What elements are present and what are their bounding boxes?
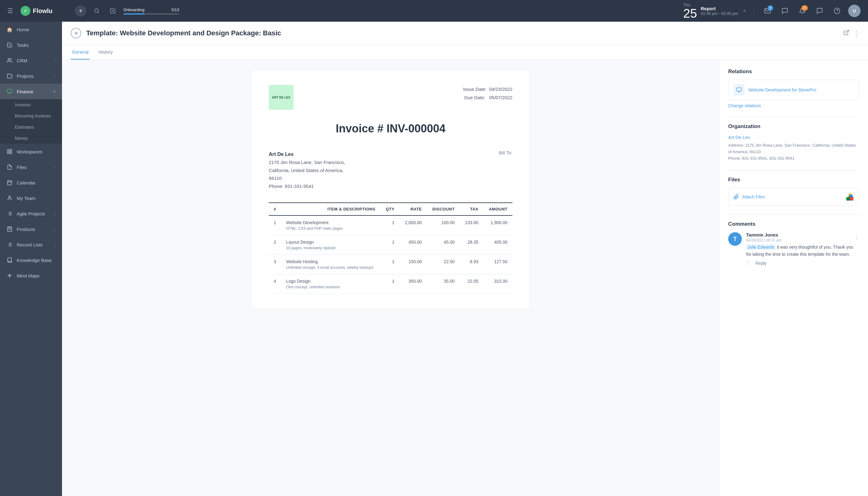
help-button[interactable]	[831, 5, 843, 17]
sidebar-item-tasks[interactable]: Tasks	[0, 37, 62, 53]
sidebar-item-myteam[interactable]: My Team	[0, 190, 62, 206]
comment-more-icon[interactable]: ⋮	[854, 234, 859, 241]
invoice-addresses: Art De Lex 2175 Jim Rosa Lane, San Franc…	[269, 150, 512, 190]
comment-item: T Tammie Jones 04/28/2022 09:32 am ⋮ Jul	[728, 232, 859, 266]
comment-reply-button[interactable]: Reply	[756, 261, 766, 266]
task-icon[interactable]	[107, 5, 119, 16]
svg-rect-35	[737, 88, 742, 91]
record-lists-arrow-icon: ›	[55, 243, 56, 247]
sidebar-item-workspaces[interactable]: Workspaces	[0, 144, 62, 159]
external-link-icon[interactable]	[843, 29, 849, 37]
finance-arrow-icon: ∨	[53, 89, 56, 94]
panel-sidebar: Relations Website Development for StoneP…	[719, 60, 868, 496]
report-add-button[interactable]: +	[743, 8, 746, 14]
files-icon	[6, 164, 13, 170]
finance-submenu: Invoices Recurring Invoices Estimates Mo…	[0, 99, 62, 144]
relations-title: Relations	[728, 68, 859, 75]
sidebar-subitem-estimates[interactable]: Estimates	[0, 122, 62, 133]
svg-rect-8	[10, 150, 12, 151]
comment-avatar: T	[728, 232, 742, 246]
svg-point-29	[9, 275, 11, 277]
comments-section: Comments T Tammie Jones 04/28/2022 09:32…	[728, 221, 859, 266]
change-relations-button[interactable]: Change relations	[728, 103, 859, 108]
relation-label: Website Development for StonePro	[748, 88, 816, 92]
panel-body: ART DE LEX Issue Date: 04/23/2022 Due Da…	[62, 60, 868, 496]
projects-icon	[6, 73, 13, 79]
comment-actions: ♡ Reply	[746, 260, 859, 266]
notifications-badge: 27	[801, 5, 808, 11]
messages-button[interactable]	[813, 5, 826, 17]
col-item: ITEM & DESCRIPTIONS	[281, 203, 381, 215]
sidebar-item-crm[interactable]: CRM ›	[0, 53, 62, 68]
sidebar-item-knowledge-base[interactable]: Knowledge Base	[0, 252, 62, 268]
sidebar-subitem-recurring[interactable]: Recurring Invoices	[0, 110, 62, 122]
sidebar-item-home[interactable]: 🏠 Home	[0, 22, 62, 37]
panel-actions: ⋮	[843, 29, 859, 37]
hamburger-icon[interactable]: ☰	[7, 7, 13, 15]
workspaces-icon	[6, 148, 13, 155]
chat-button[interactable]	[779, 5, 791, 17]
myteam-icon	[6, 195, 13, 202]
invoice-number: Invoice # INV-000004	[269, 122, 512, 135]
logo-icon: ✓	[20, 6, 30, 16]
notifications-button[interactable]: 27	[796, 5, 808, 17]
close-button[interactable]: ✕	[71, 28, 81, 38]
svg-rect-4	[7, 89, 12, 93]
divider-3	[728, 215, 859, 215]
sidebar-item-finance[interactable]: Finance ∨	[0, 84, 62, 99]
col-discount: DISCOUNT	[427, 203, 460, 215]
comment-text: Julie Edwards it was very thoughtful of …	[746, 244, 859, 258]
user-avatar[interactable]: U	[848, 5, 861, 17]
comment-like-button[interactable]: ♡	[746, 260, 750, 266]
knowledge-base-icon	[6, 257, 13, 264]
org-name[interactable]: Art De Lex	[728, 135, 859, 140]
sidebar-item-projects[interactable]: Projects ›	[0, 68, 62, 84]
invoice-dates: Issue Date: 04/23/2022 Due Date: 05/07/2…	[463, 85, 512, 102]
add-button[interactable]: +	[75, 5, 86, 16]
attach-label: Attach Files	[742, 195, 765, 199]
svg-rect-11	[7, 181, 12, 185]
col-num: #	[269, 203, 281, 215]
mail-badge: 9	[768, 5, 773, 11]
table-row: 3 Website Hosting Unlimited storage, 3 e…	[269, 255, 512, 274]
mind-maps-icon	[6, 272, 13, 279]
sidebar-item-record-lists[interactable]: Record Lists ›	[0, 237, 62, 252]
gdrive-icon	[846, 192, 854, 201]
onboarding-widget[interactable]: Onboarding 5/13	[123, 7, 179, 15]
relations-section: Relations Website Development for StoneP…	[728, 68, 859, 108]
sidebar-item-mind-maps[interactable]: Mind Maps	[0, 268, 62, 283]
report-widget: Thu 25 Report 01:45 pm - 02:45 pm +	[683, 2, 746, 19]
relation-item[interactable]: Website Development for StonePro	[728, 80, 859, 100]
sidebar-item-agile[interactable]: Agile Projects ›	[0, 206, 62, 221]
col-rate: RATE	[399, 203, 427, 215]
table-row: 4 Logo Design One concept, unlimited rev…	[269, 274, 512, 294]
sidebar-item-products[interactable]: Products ›	[0, 221, 62, 237]
relation-icon	[733, 84, 745, 95]
attach-files-button[interactable]: Attach Files	[728, 188, 859, 206]
onboarding-bar	[123, 13, 179, 15]
sidebar-subitem-invoices[interactable]: Invoices	[0, 99, 62, 110]
tab-history[interactable]: History	[97, 45, 114, 60]
invoice-from: Art De Lex 2175 Jim Rosa Lane, San Franc…	[269, 150, 345, 190]
comment-author: Tammie Jones	[746, 232, 781, 237]
comments-title: Comments	[728, 221, 859, 227]
svg-point-3	[8, 58, 10, 60]
sidebar-item-files[interactable]: Files ›	[0, 159, 62, 175]
more-options-icon[interactable]: ⋮	[853, 29, 859, 37]
mail-button[interactable]: 9	[761, 5, 774, 17]
panel-header: ✕ Template: Website Development and Desi…	[62, 22, 868, 45]
org-address: Address: 2175 Jim Rosa Lane, San Francis…	[728, 142, 859, 155]
agile-arrow-icon: ›	[55, 212, 56, 216]
comment-body: Tammie Jones 04/28/2022 09:32 am ⋮ Julie…	[746, 232, 859, 266]
sidebar-item-calendar[interactable]: Calendar	[0, 175, 62, 190]
invoice-header: ART DE LEX Issue Date: 04/23/2022 Due Da…	[269, 85, 512, 110]
search-button[interactable]	[91, 5, 102, 16]
svg-line-34	[846, 30, 849, 33]
tab-general[interactable]: General	[71, 45, 90, 60]
products-icon	[6, 226, 13, 232]
sidebar-subitem-money[interactable]: Money	[0, 133, 62, 144]
comment-mention[interactable]: Julie Edwards	[746, 244, 776, 250]
calendar-icon	[6, 179, 13, 186]
table-row: 2 Layout Design 10 pages, moderately sty…	[269, 235, 512, 255]
onboarding-bar-fill	[123, 13, 144, 15]
